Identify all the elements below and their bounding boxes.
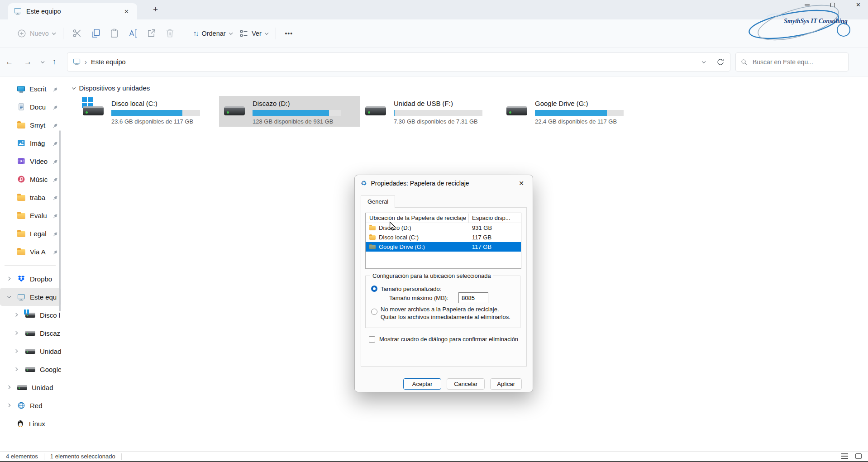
sidebar-item-videos[interactable]: Vídeo <box>0 152 61 170</box>
chevron-right-icon[interactable] <box>7 277 10 281</box>
up-icon[interactable]: ↑ <box>47 55 62 69</box>
sidebar-item-discazo[interactable]: Discaz <box>0 324 61 342</box>
sidebar-item-unidad-usb[interactable]: Unidad <box>0 342 61 360</box>
radio-custom-size-label[interactable]: Tamaño personalizado: <box>381 286 441 292</box>
confirm-delete-row[interactable]: Mostrar cuadro de diálogo para confirmar… <box>369 336 518 343</box>
cut-button[interactable] <box>68 25 86 42</box>
sidebar-item-dropbox[interactable]: Dropbo <box>0 270 61 288</box>
mouse-cursor <box>388 221 398 231</box>
chevron-right-icon[interactable] <box>14 313 18 317</box>
new-tab-button[interactable]: + <box>149 5 162 14</box>
drive-tile-d[interactable]: Discazo (D:) 128 GB disponibles de 931 G… <box>219 96 360 127</box>
back-icon[interactable]: ← <box>0 55 19 69</box>
drive-icon <box>223 98 247 119</box>
sidebar-item-evaluaciones[interactable]: Evalu <box>0 206 61 224</box>
address-dropdown-icon[interactable] <box>702 59 706 63</box>
drive-tile-c[interactable]: Disco local (C:) 23.6 GB disponibles de … <box>78 96 219 127</box>
drive-name: Google Drive (G:) <box>535 99 624 108</box>
copy-button[interactable] <box>86 25 105 42</box>
radio-no-move-label[interactable]: No mover archivos a la Papelera de recic… <box>381 305 514 321</box>
sidebar-item-via-a[interactable]: Via A <box>0 243 61 261</box>
list-row-google-drive[interactable]: Google Drive (G:) 117 GB <box>366 242 521 252</box>
sidebar: Escrit Docu Smyt Imág Vídeo <box>0 77 61 451</box>
close-icon[interactable]: ✕ <box>856 3 861 7</box>
dialog-tab-page: Ubicación de la Papelera de reciclaje Es… <box>361 207 527 367</box>
sidebar-scrollbar[interactable] <box>59 130 61 311</box>
sidebar-item-este-equipo[interactable]: Este equ <box>0 288 61 306</box>
sort-button[interactable]: ↑↓ Ordenar <box>189 26 235 41</box>
tab-este-equipo[interactable]: Este equipo ✕ <box>8 3 137 19</box>
sidebar-item-legal[interactable]: Legal <box>0 224 61 243</box>
dialog-titlebar[interactable]: ♻ Propiedades: Papelera de reciclaje ✕ <box>355 175 533 191</box>
sidebar-item-trabajo[interactable]: traba <box>0 188 61 206</box>
more-dots-icon: ••• <box>285 30 293 37</box>
forward-icon[interactable]: → <box>19 55 37 69</box>
search-box[interactable] <box>735 52 849 71</box>
column-space[interactable]: Espacio disp... <box>472 214 510 221</box>
window-controls: ✕ <box>805 3 861 7</box>
recycle-bin-icon: ♻ <box>361 179 367 187</box>
details-view-icon[interactable] <box>841 453 848 459</box>
chevron-down-icon <box>52 31 56 34</box>
list-row-disco-local[interactable]: Disco local (C:) 117 GB <box>366 233 521 242</box>
sidebar-item-imagenes[interactable]: Imág <box>0 134 61 152</box>
music-icon <box>17 175 25 183</box>
confirm-delete-checkbox[interactable] <box>369 336 375 343</box>
documents-icon <box>17 103 25 111</box>
breadcrumb-root[interactable]: Este equipo <box>91 58 126 66</box>
radio-no-move[interactable] <box>371 309 377 315</box>
chevron-right-icon[interactable] <box>7 386 10 389</box>
search-input[interactable] <box>752 58 844 66</box>
delete-button[interactable] <box>161 25 179 42</box>
status-divider <box>44 453 44 460</box>
drive-detail: 128 GB disponibles de 931 GB <box>253 118 341 125</box>
minimize-icon[interactable] <box>805 5 810 5</box>
accept-button[interactable]: Aceptar <box>403 378 441 390</box>
recycle-bin-properties-dialog: ♻ Propiedades: Papelera de reciclaje ✕ G… <box>354 175 533 392</box>
sidebar-item-escritorio[interactable]: Escrit <box>0 80 61 98</box>
refresh-icon[interactable] <box>716 58 725 66</box>
chevron-down-icon[interactable] <box>7 295 11 298</box>
new-button[interactable]: Nuevo <box>13 25 58 42</box>
section-collapse-icon[interactable] <box>72 86 76 89</box>
chevron-right-icon[interactable] <box>14 367 18 371</box>
view-icon <box>239 29 248 38</box>
sidebar-item-documentos[interactable]: Docu <box>0 98 61 116</box>
tab-strip: Este equipo ✕ + ✕ <box>0 0 868 19</box>
radio-custom-size[interactable] <box>371 286 377 292</box>
max-size-input[interactable] <box>458 292 488 303</box>
sidebar-item-linux[interactable]: Linux <box>0 414 61 433</box>
drive-tile-g[interactable]: Google Drive (G:) 22.4 GB disponibles de… <box>501 96 643 127</box>
maximize-icon[interactable] <box>830 3 835 7</box>
more-button[interactable]: ••• <box>281 27 297 40</box>
chevron-right-icon[interactable] <box>7 404 10 407</box>
rename-button[interactable] <box>124 25 142 42</box>
chevron-right-icon[interactable] <box>14 349 18 353</box>
dialog-buttons: Aceptar Cancelar Aplicar <box>403 378 522 390</box>
sidebar-item-unidad[interactable]: Unidad <box>0 378 61 396</box>
folder-icon <box>17 231 25 237</box>
dialog-close-icon[interactable]: ✕ <box>516 179 527 188</box>
sidebar-item-red[interactable]: Red <box>0 396 61 414</box>
section-devices-and-drives[interactable]: Dispositivos y unidades <box>72 84 150 92</box>
cancel-button[interactable]: Cancelar <box>447 378 485 390</box>
sidebar-item-disco-local[interactable]: Disco l <box>0 306 61 324</box>
drive-detail: 23.6 GB disponibles de 117 GB <box>111 118 200 125</box>
sidebar-item-musica[interactable]: Músic <box>0 170 61 188</box>
tab-general[interactable]: General <box>361 195 395 208</box>
sidebar-item-smyt[interactable]: Smyt <box>0 116 61 134</box>
column-divider[interactable] <box>468 214 469 223</box>
chevron-right-icon[interactable] <box>14 331 18 335</box>
share-button[interactable] <box>142 25 161 42</box>
large-icons-view-icon[interactable] <box>855 453 862 459</box>
apply-button[interactable]: Aplicar <box>490 378 522 390</box>
sidebar-item-google-drive[interactable]: Google <box>0 360 61 378</box>
sort-arrows-icon: ↑↓ <box>193 29 197 38</box>
paste-button[interactable] <box>105 25 124 42</box>
history-chevron-icon[interactable] <box>41 59 44 63</box>
column-location[interactable]: Ubicación de la Papelera de reciclaje <box>369 214 466 221</box>
tab-close-icon[interactable]: ✕ <box>121 7 132 16</box>
drive-tile-f[interactable]: Unidad de USB (F:) 7.30 GB disponibles d… <box>360 96 501 127</box>
view-button[interactable]: Ver <box>235 26 271 41</box>
breadcrumb[interactable]: › Este equipo <box>67 52 730 71</box>
